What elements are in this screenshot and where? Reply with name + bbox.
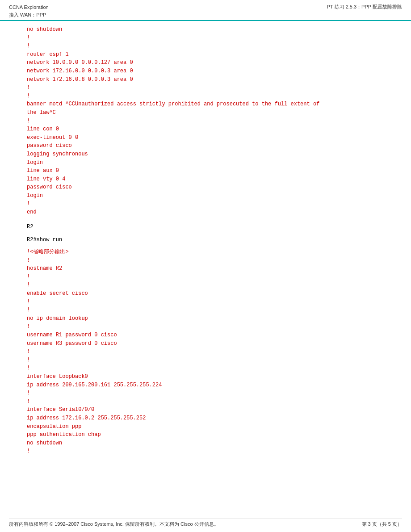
- page-header: CCNA Exploration 接入 WAN：PPP PT 练习 2.5.3：…: [0, 0, 411, 21]
- code-line: username R1 password 0 cisco: [27, 331, 384, 339]
- code-line: router ospf 1: [27, 50, 384, 59]
- omit-line: !<省略部分输出>: [27, 248, 384, 256]
- page-footer: 所有内容版权所有 © 1992–2007 Cisco Systems, Inc.…: [9, 519, 402, 528]
- header-right: PT 练习 2.5.3：PPP 配置故障排除: [327, 4, 402, 10]
- footer-copyright: 所有内容版权所有 © 1992–2007 Cisco Systems, Inc.…: [9, 521, 219, 528]
- code-line: network 10.0.0.0 0.0.0.127 area 0: [27, 59, 384, 67]
- code-line: login: [27, 192, 384, 200]
- code-line: !: [27, 323, 384, 331]
- code-line: username R3 password 0 cisco: [27, 339, 384, 348]
- code-line: network 172.16.0.8 0.0.0.3 area 0: [27, 75, 384, 84]
- header-course-title: CCNA Exploration: [9, 4, 49, 11]
- r2-omit-line: !<省略部分输出>: [27, 248, 384, 256]
- code-line: !: [27, 447, 384, 456]
- code-line: login: [27, 159, 384, 167]
- r2-label: R2: [27, 223, 384, 231]
- code-line: !: [27, 256, 384, 265]
- code-line: interface Loopback0: [27, 373, 384, 381]
- code-line: hostname R2: [27, 264, 384, 273]
- main-content: no shutdown!!router ospf 1network 10.0.0…: [0, 21, 411, 482]
- code-line: !: [27, 200, 384, 208]
- code-line: !: [27, 389, 384, 398]
- code-line: no ip domain lookup: [27, 314, 384, 323]
- code-line: password cisco: [27, 142, 384, 150]
- code-line: exec-timeout 0 0: [27, 134, 384, 142]
- code-line: !: [27, 42, 384, 50]
- r2-command: R2#show run: [27, 236, 384, 244]
- code-line: !: [27, 356, 384, 364]
- code-line: !: [27, 92, 384, 101]
- code-line: encapsulation ppp: [27, 423, 384, 431]
- code-line: logging synchronous: [27, 150, 384, 159]
- code-line: !: [27, 298, 384, 306]
- code-line: !: [27, 348, 384, 356]
- code-line: no shutdown: [27, 25, 384, 34]
- header-section-title: 接入 WAN：PPP: [9, 11, 49, 19]
- code-line: ip address 209.165.200.161 255.255.255.2…: [27, 381, 384, 390]
- code-line: line aux 0: [27, 167, 384, 175]
- code-line: no shutdown: [27, 439, 384, 448]
- code-line: ip address 172.16.0.2 255.255.255.252: [27, 414, 384, 423]
- header-lab-title: PT 练习 2.5.3：PPP 配置故障排除: [327, 4, 402, 10]
- code-line: !: [27, 84, 384, 92]
- code-line: !: [27, 281, 384, 289]
- code-line: network 172.16.0.0 0.0.0.3 area 0: [27, 67, 384, 75]
- code-line: !: [27, 398, 384, 406]
- code-line: the law^C: [27, 109, 384, 117]
- code-line: password cisco: [27, 183, 384, 192]
- code-line: !: [27, 306, 384, 314]
- code-line: enable secret cisco: [27, 289, 384, 298]
- code-line: !: [27, 34, 384, 42]
- code-line: end: [27, 208, 384, 217]
- code-line: line vty 0 4: [27, 175, 384, 184]
- r2-code-block: !hostname R2!!enable secret cisco!!no ip…: [27, 256, 384, 456]
- code-line: line con 0: [27, 125, 384, 134]
- code-line: ppp authentication chap: [27, 431, 384, 439]
- header-left: CCNA Exploration 接入 WAN：PPP: [9, 4, 49, 18]
- code-line: !: [27, 117, 384, 126]
- top-code-block: no shutdown!!router ospf 1network 10.0.0…: [27, 25, 384, 217]
- code-line: banner motd ^CCUnauthorized access stric…: [27, 100, 384, 109]
- footer-page-number: 第 3 页（共 5 页）: [362, 521, 402, 528]
- code-line: interface Serial0/0/0: [27, 406, 384, 414]
- code-line: !: [27, 273, 384, 281]
- code-line: !: [27, 364, 384, 373]
